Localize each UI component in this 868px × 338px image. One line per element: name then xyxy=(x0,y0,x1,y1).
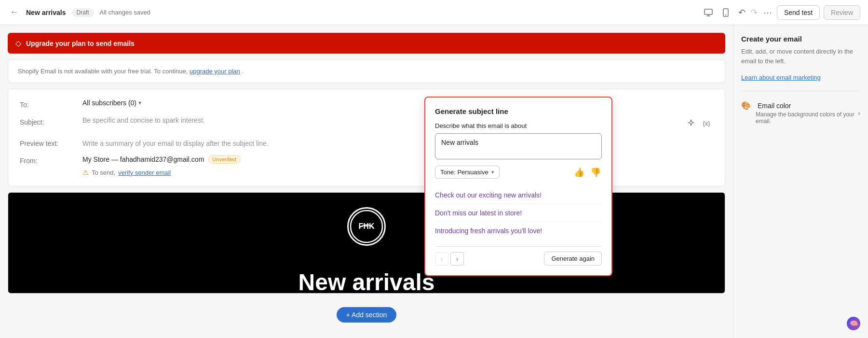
tone-row: Tone: Persuasive ▾ 👍 👎 xyxy=(435,166,602,179)
svg-rect-0 xyxy=(705,9,712,14)
suggestion-1[interactable]: Check out our exciting new arrivals! xyxy=(435,186,602,204)
tone-arrow-icon: ▾ xyxy=(491,169,494,175)
upgrade-icon: ◇ xyxy=(15,39,21,48)
from-value: My Store — fahadhamid237@gmail.com Unver… xyxy=(82,155,713,164)
editor-panel: ◇ Upgrade your plan to send emails Shopi… xyxy=(0,25,733,338)
to-dropdown-arrow: ▾ xyxy=(138,99,141,106)
upgrade-banner: ◇ Upgrade your plan to send emails xyxy=(8,33,725,54)
suggestion-3[interactable]: Introducing fresh arrivals you'll love! xyxy=(435,222,602,239)
create-email-desc: Edit, add, or move content directly in t… xyxy=(741,47,860,66)
upgrade-plan-link[interactable]: upgrade your plan xyxy=(190,68,240,75)
email-color-arrow-icon: › xyxy=(858,109,860,117)
email-color-title: Email color xyxy=(758,102,791,110)
right-panel: Create your email Edit, add, or move con… xyxy=(733,25,868,338)
generate-subject-popup: Generate subject line Describe what this… xyxy=(424,97,612,276)
next-page-button[interactable]: › xyxy=(450,252,464,266)
unverified-badge: Unverified xyxy=(208,155,241,164)
pagination-buttons: ‹ › xyxy=(435,252,464,266)
from-email: My Store — fahadhamid237@gmail.com xyxy=(82,155,204,163)
describe-input[interactable] xyxy=(435,133,602,159)
thumbs: 👍 👎 xyxy=(573,166,602,179)
popup-title: Generate subject line xyxy=(435,107,602,115)
generate-again-button[interactable]: Generate again xyxy=(544,252,602,266)
from-label: From: xyxy=(20,155,82,165)
hero-text-area: New arrivals this season xyxy=(8,260,725,294)
to-label: To: xyxy=(20,99,82,109)
upgrade-notice-text-before: Shopify Email is not available with your… xyxy=(18,68,188,75)
draft-badge: Draft xyxy=(72,8,94,17)
email-color-info: 🎨 Email color Manage the background colo… xyxy=(741,101,858,125)
verify-prompt-text: To send, xyxy=(92,169,115,176)
subject-icons: {x} xyxy=(684,116,713,130)
undo-button[interactable]: ↶ xyxy=(736,5,747,20)
redo-button[interactable]: ↷ xyxy=(748,5,760,20)
email-form-card: To: All subscribers (0) ▾ Subject: Be sp… xyxy=(8,89,725,186)
tone-label: Tone: Persuasive xyxy=(440,169,488,176)
email-color-section[interactable]: 🎨 Email color Manage the background colo… xyxy=(741,101,860,125)
verify-sender-link[interactable]: verify sender email xyxy=(118,169,171,176)
preview-label: Preview text: xyxy=(20,138,82,147)
right-divider xyxy=(741,91,860,91)
thumbs-up-button[interactable]: 👍 xyxy=(573,166,585,179)
suggestion-2[interactable]: Don't miss our latest in store! xyxy=(435,204,602,222)
warning-icon: ⚠ xyxy=(82,169,89,176)
upgrade-notice-text-after: . xyxy=(242,68,244,75)
back-button[interactable]: ← xyxy=(8,5,20,19)
tone-selector[interactable]: Tone: Persuasive ▾ xyxy=(435,166,500,179)
send-test-button[interactable]: Send test xyxy=(777,5,820,20)
prev-page-button[interactable]: ‹ xyxy=(435,252,448,266)
ai-subject-button[interactable] xyxy=(684,116,698,130)
to-value: All subscribers (0) ▾ xyxy=(82,99,713,107)
to-subscribers: All subscribers (0) xyxy=(82,99,136,107)
ai-icon[interactable]: 🧠 xyxy=(847,317,860,330)
upgrade-notice: Shopify Email is not available with your… xyxy=(8,59,725,83)
create-email-title: Create your email xyxy=(741,35,860,43)
mobile-view-button[interactable] xyxy=(719,6,732,19)
more-options-button[interactable]: ⋯ xyxy=(763,7,773,18)
add-section-row: + Add section xyxy=(8,299,725,330)
email-preview: FHK New arrivals this season xyxy=(8,192,725,294)
main-layout: ◇ Upgrade your plan to send emails Shopi… xyxy=(0,25,868,338)
thumbs-down-button[interactable]: 👎 xyxy=(589,166,602,179)
describe-label: Describe what this email is about xyxy=(435,122,602,129)
subject-label: Subject: xyxy=(20,116,82,126)
palette-icon: 🎨 xyxy=(741,101,751,110)
ai-assistant-button[interactable]: 🧠 xyxy=(847,317,860,330)
learn-email-marketing-link[interactable]: Learn about email marketing xyxy=(741,74,821,81)
subject-input[interactable]: Be specific and concise to spark interes… xyxy=(82,114,205,124)
review-button: Review xyxy=(824,5,860,20)
top-nav: ← New arrivals Draft All changes saved ↶… xyxy=(0,0,868,25)
page-title: New arrivals xyxy=(26,9,66,16)
generate-footer: ‹ › Generate again xyxy=(435,246,602,266)
saved-status: All changes saved xyxy=(100,9,151,16)
logo-area: FHK xyxy=(8,193,725,260)
store-logo: FHK xyxy=(347,207,386,246)
add-section-button[interactable]: + Add section xyxy=(337,307,396,323)
personalize-subject-button[interactable]: {x} xyxy=(700,116,713,130)
suggestions-list: Check out our exciting new arrivals! Don… xyxy=(435,186,602,239)
create-email-section: Create your email Edit, add, or move con… xyxy=(741,35,860,81)
preview-text-input[interactable]: Write a summary of your email to display… xyxy=(82,138,713,147)
email-color-desc: Manage the background colors of your ema… xyxy=(741,111,858,125)
upgrade-text: Upgrade your plan to send emails xyxy=(26,40,135,47)
desktop-view-button[interactable] xyxy=(702,6,715,19)
to-dropdown[interactable]: All subscribers (0) ▾ xyxy=(82,99,141,107)
nav-icons: ↶ ↷ ⋯ Send test Review xyxy=(702,5,860,20)
svg-point-2 xyxy=(725,14,726,15)
